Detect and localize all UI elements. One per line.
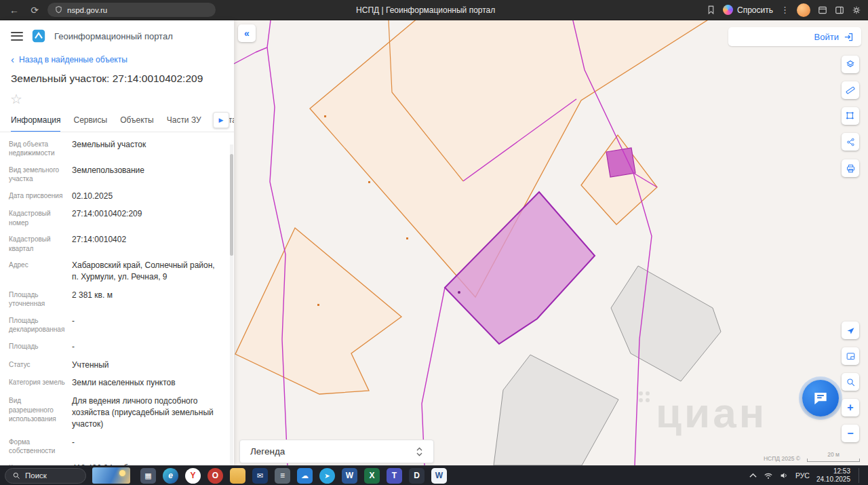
login-button[interactable]: Войти bbox=[728, 27, 861, 46]
locate-button[interactable] bbox=[842, 322, 859, 339]
network-icon[interactable] bbox=[764, 472, 773, 480]
map-container: циан « Войти bbox=[234, 20, 868, 465]
zoom-in-button[interactable]: + bbox=[842, 399, 859, 416]
field-value: Для ведения личного подсобного хозяйства… bbox=[65, 395, 234, 429]
pink-square-parcel[interactable] bbox=[606, 148, 635, 177]
panel-tabs: Информация Сервисы Объекты Части ЗУ Сост… bbox=[0, 109, 234, 132]
panel-scrollbar[interactable] bbox=[230, 144, 233, 465]
weather-widget[interactable] bbox=[92, 467, 130, 484]
app-teams-icon[interactable]: T bbox=[387, 468, 402, 484]
app-yandex-icon[interactable]: Y bbox=[185, 468, 201, 484]
select-area-button[interactable] bbox=[842, 107, 859, 125]
copilot-button[interactable]: Спросить bbox=[723, 5, 773, 15]
app-folder-icon[interactable] bbox=[230, 468, 245, 484]
app-word-icon[interactable]: W bbox=[342, 468, 357, 484]
site-security-icon bbox=[55, 5, 62, 14]
screen: ← ⟳ nspd.gov.ru НСПД | Геоинформационный… bbox=[0, 0, 868, 485]
scale-label: 20 м bbox=[827, 451, 840, 458]
field-label: Адрес bbox=[0, 260, 65, 270]
bookmark-icon[interactable] bbox=[707, 5, 715, 15]
volume-icon[interactable] bbox=[780, 471, 789, 480]
portal-logo-icon[interactable] bbox=[32, 29, 45, 43]
chat-fab-button[interactable] bbox=[802, 380, 839, 416]
browser-chrome: ← ⟳ nspd.gov.ru НСПД | Геоинформационный… bbox=[0, 0, 868, 20]
app-edge-icon[interactable]: e bbox=[163, 468, 178, 484]
parcel-polygon[interactable] bbox=[235, 228, 401, 394]
collapse-panel-button[interactable]: « bbox=[238, 24, 256, 42]
copilot-label: Спросить bbox=[737, 5, 773, 15]
browser-refresh-button[interactable]: ⟳ bbox=[27, 3, 42, 18]
app-mail-icon[interactable]: ✉ bbox=[252, 468, 268, 484]
app-database-icon[interactable]: D bbox=[409, 468, 425, 484]
search-icon bbox=[12, 471, 20, 480]
zoom-out-button[interactable]: − bbox=[842, 425, 859, 442]
field-row: Форма собственности- bbox=[0, 433, 234, 459]
tab-obekty[interactable]: Объекты bbox=[120, 115, 154, 132]
magnifier-icon bbox=[846, 377, 856, 387]
app-opera-icon[interactable]: O bbox=[208, 468, 223, 484]
field-value: - bbox=[65, 341, 234, 353]
copilot-panel-icon[interactable] bbox=[835, 5, 844, 15]
kebab-menu-icon[interactable]: ⋮ bbox=[781, 5, 789, 15]
layers-icon bbox=[845, 59, 856, 70]
copilot-icon bbox=[723, 5, 733, 15]
tab-servisy[interactable]: Сервисы bbox=[73, 115, 107, 132]
address-bar[interactable]: nspd.gov.ru bbox=[47, 3, 216, 17]
legend-bar[interactable]: Легенда bbox=[239, 440, 434, 463]
system-tray: РУС 12:53 24.10.2025 bbox=[749, 467, 863, 484]
app-telegram-icon[interactable]: ➤ bbox=[319, 468, 335, 484]
tab-chasti-zu[interactable]: Части ЗУ bbox=[167, 115, 201, 132]
show-desktop-button[interactable] bbox=[859, 468, 861, 483]
login-label: Войти bbox=[814, 32, 839, 42]
legend-label: Легенда bbox=[250, 446, 285, 457]
layers-button[interactable] bbox=[842, 56, 859, 73]
user-avatar[interactable] bbox=[797, 3, 810, 17]
browser-back-button[interactable]: ← bbox=[7, 3, 22, 18]
settings-gear-icon[interactable] bbox=[852, 5, 861, 15]
field-value: - bbox=[65, 315, 234, 327]
app-files-icon[interactable]: ≡ bbox=[275, 468, 290, 484]
field-label: Площадь уточненная bbox=[0, 290, 65, 309]
map-canvas[interactable]: циан bbox=[234, 20, 868, 465]
field-label: Статус bbox=[0, 360, 65, 370]
field-row: Кадастровый квартал27:14:0010402 bbox=[0, 231, 234, 257]
app-widgets-icon[interactable]: ▦ bbox=[140, 468, 156, 484]
print-icon bbox=[846, 163, 856, 174]
field-label: Форма собственности bbox=[0, 438, 65, 456]
taskbar-clock[interactable]: 12:53 24.10.2025 bbox=[816, 467, 850, 484]
scrollbar-thumb[interactable] bbox=[230, 154, 233, 256]
chevron-left-icon: ‹ bbox=[11, 56, 14, 63]
field-label: Вид объекта недвижимости bbox=[0, 140, 65, 158]
workspaces-icon[interactable] bbox=[818, 5, 827, 15]
field-label: Дата присвоения bbox=[0, 191, 65, 201]
clock-date: 24.10.2025 bbox=[816, 476, 850, 484]
favorite-star-icon[interactable]: ☆ bbox=[10, 92, 22, 106]
tray-expand-icon[interactable] bbox=[749, 473, 757, 478]
print-button[interactable] bbox=[842, 159, 859, 177]
ruler-button[interactable] bbox=[842, 81, 859, 99]
parcel-polygon[interactable] bbox=[581, 135, 657, 225]
legend-toggle-icon bbox=[416, 446, 423, 457]
zoom-extent-button[interactable] bbox=[842, 373, 859, 391]
menu-hamburger-icon[interactable] bbox=[11, 32, 23, 41]
field-label: Вид земельного участка bbox=[0, 166, 65, 184]
locate-icon bbox=[846, 326, 856, 336]
tab-informatsiya[interactable]: Информация bbox=[11, 115, 60, 132]
field-row: Кадастровый номер27:14:0010402:209 bbox=[0, 206, 234, 231]
language-indicator[interactable]: РУС bbox=[795, 471, 810, 480]
field-value: 02.10.2025 bbox=[65, 191, 234, 202]
overview-map-button[interactable] bbox=[842, 347, 859, 365]
taskbar-search[interactable]: Поиск bbox=[5, 468, 86, 484]
app-onedrive-icon[interactable]: ☁ bbox=[297, 468, 313, 484]
select-area-icon bbox=[845, 111, 856, 121]
share-button[interactable] bbox=[842, 133, 859, 151]
field-row: Площадь- bbox=[0, 338, 234, 356]
field-row: Вид земельного участкаЗемлепользование bbox=[0, 161, 234, 187]
field-value: Хабаровский край, Солнечный район, п. Ху… bbox=[65, 260, 234, 283]
app-word-doc-icon[interactable]: W bbox=[431, 468, 447, 484]
back-to-results-link[interactable]: ‹ Назад в найденные объекты bbox=[0, 49, 234, 66]
app-excel-icon[interactable]: X bbox=[364, 468, 380, 484]
field-value: - bbox=[65, 437, 234, 448]
tab-scroll-right-button[interactable]: ▶ bbox=[213, 112, 229, 128]
cian-watermark: циан bbox=[639, 389, 767, 436]
